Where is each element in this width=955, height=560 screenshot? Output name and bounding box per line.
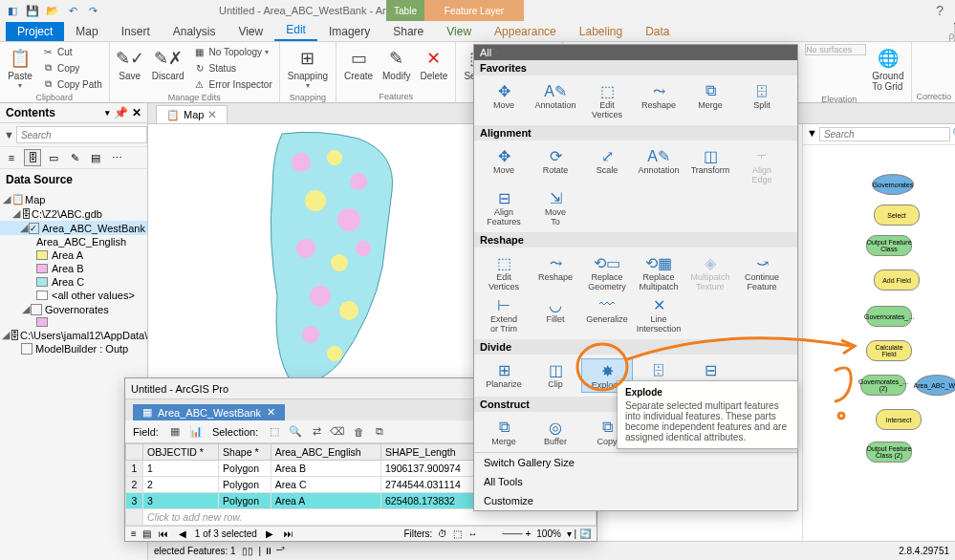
customize-gallery[interactable]: Customize xyxy=(474,491,797,510)
list-by-drawing-icon[interactable]: ≡ xyxy=(3,149,20,166)
error-inspector-button[interactable]: ⚠Error Inspector xyxy=(190,76,275,92)
attr-tab[interactable]: ▦ Area_ABC_WestBank ✕ xyxy=(133,404,285,420)
help-icon[interactable]: ? xyxy=(936,3,951,18)
tool-move[interactable]: ✥Move xyxy=(478,79,530,121)
model-node[interactable]: Governorates xyxy=(872,174,914,195)
col-length[interactable]: SHAPE_Length xyxy=(380,444,478,461)
switch-gallery-size[interactable]: Switch Gallery Size xyxy=(474,453,797,472)
col-shape[interactable]: Shape * xyxy=(219,444,271,461)
tree-legend-area-a[interactable]: Area A xyxy=(0,248,147,262)
model-node[interactable]: Area_ABC_W... xyxy=(916,375,955,396)
qat-undo-icon[interactable]: ↶ xyxy=(64,2,81,19)
tree-appdata[interactable]: ◢🗄 C:\Users\jamal12\AppData\Lo xyxy=(0,328,147,342)
filter-extent-icon[interactable]: ⬚ xyxy=(453,528,462,539)
tool-edit-vertices[interactable]: ⬚Edit Vertices xyxy=(581,79,633,121)
model-node[interactable]: Output Feature Class xyxy=(866,235,912,256)
tab-share[interactable]: Share xyxy=(381,22,435,41)
tree-layer-governorates[interactable]: ◢Governorates xyxy=(0,302,147,316)
tab-data[interactable]: Data xyxy=(634,22,681,41)
tool-rotate[interactable]: ⟳Rotate xyxy=(530,144,581,186)
delete-features-button[interactable]: ✕Delete xyxy=(416,44,451,83)
list-by-source-icon[interactable]: 🗄 xyxy=(24,149,41,166)
contents-search[interactable] xyxy=(16,126,147,143)
model-search[interactable] xyxy=(819,127,950,141)
tool-extend-trim[interactable]: ⊢Extend or Trim xyxy=(478,293,530,335)
tool-clip[interactable]: ◫Clip xyxy=(530,358,581,393)
tool-annotation[interactable]: A✎Annotation xyxy=(530,79,581,121)
close-icon[interactable]: ✕ xyxy=(267,406,275,419)
tree-legend-gov[interactable] xyxy=(0,316,147,328)
model-node[interactable]: Select xyxy=(874,205,920,226)
model-node[interactable]: Governorates_... (2) xyxy=(860,375,906,396)
tab-labeling[interactable]: Labeling xyxy=(568,22,634,41)
map-tab[interactable]: 📋 Map ✕ xyxy=(156,105,228,123)
select-by-attr-icon[interactable]: ⬚ xyxy=(266,423,283,441)
delete-sel-icon[interactable]: 🗑 xyxy=(350,423,367,441)
filter-icon[interactable]: ▼ xyxy=(807,127,817,141)
add-field-icon[interactable]: ▦ xyxy=(166,423,184,441)
model-node[interactable]: Add Field xyxy=(874,269,920,291)
discard-edits-button[interactable]: ✎✗Discard xyxy=(148,44,188,83)
tool-split[interactable]: ⌹Split xyxy=(736,79,788,121)
list-by-editing-icon[interactable]: ✎ xyxy=(66,149,83,166)
tree-map[interactable]: ◢📋 Map xyxy=(0,192,147,206)
tool-edit-vertices-r[interactable]: ⬚Edit Vertices xyxy=(478,251,530,293)
tab-project[interactable]: Project xyxy=(6,22,64,41)
tool-multipatch-texture[interactable]: ◈Multipatch Texture xyxy=(684,251,736,293)
tool-align-edge[interactable]: ⫟Align Edge xyxy=(736,144,788,186)
qat-redo-icon[interactable]: ↷ xyxy=(84,2,101,19)
copy-path-button[interactable]: ⧉Copy Path xyxy=(38,76,105,92)
filter-time-icon[interactable]: ⏱ xyxy=(438,528,447,539)
tree-renderer-field[interactable]: Area_ABC_English xyxy=(0,235,147,248)
copy-button[interactable]: ⧉Copy xyxy=(38,60,105,75)
col-rownum[interactable] xyxy=(126,444,143,461)
show-selected-icon[interactable]: ▤ xyxy=(142,528,151,539)
create-features-button[interactable]: ▭Create xyxy=(340,44,377,83)
checkbox-icon[interactable]: ✓ xyxy=(29,223,39,234)
pin-icon[interactable]: 📌 xyxy=(114,106,128,119)
nav-last-icon[interactable]: ⏭ xyxy=(282,528,295,539)
nav-prev-icon[interactable]: ◀ xyxy=(176,528,189,539)
tool-align-features[interactable]: ⊟Align Features xyxy=(478,186,530,228)
tool-merge[interactable]: ⧉Merge xyxy=(684,79,736,121)
nav-next-icon[interactable]: ▶ xyxy=(263,528,276,539)
tab-analysis[interactable]: Analysis xyxy=(162,22,228,41)
qat-save-icon[interactable]: 💾 xyxy=(24,2,41,19)
tree-modelbuilder[interactable]: ModelBuilder : Outp xyxy=(0,342,147,355)
tree-layer-westbank[interactable]: ◢✓Area_ABC_WestBank xyxy=(0,221,147,235)
clear-sel-icon[interactable]: ⌫ xyxy=(329,423,346,441)
tool-buffer[interactable]: ◎Buffer xyxy=(530,416,581,448)
tool-continue-feature[interactable]: ⤻Continue Feature xyxy=(736,251,788,293)
table-new-row[interactable]: Click to add new row. xyxy=(126,509,597,526)
tool-replace-geometry[interactable]: ⟲▭Replace Geometry xyxy=(581,251,633,293)
tool-planarize[interactable]: ⊞Planarize xyxy=(478,358,530,393)
tab-appearance[interactable]: Appearance xyxy=(483,22,568,41)
tree-legend-area-c[interactable]: Area C xyxy=(0,275,147,289)
close-icon[interactable]: ✕ xyxy=(207,108,217,121)
modify-features-button[interactable]: ✎Modify xyxy=(379,44,414,83)
tree-legend-other[interactable]: <all other values> xyxy=(0,289,147,302)
tool-reshape-r[interactable]: ⤳Reshape xyxy=(530,251,581,293)
tab-insert[interactable]: Insert xyxy=(110,22,162,41)
show-all-icon[interactable]: ≡ xyxy=(131,528,137,539)
tool-move-a[interactable]: ✥Move xyxy=(478,144,530,186)
qat-open-icon[interactable]: 📂 xyxy=(44,2,61,19)
qat-project-icon[interactable]: ◧ xyxy=(4,2,21,19)
model-node[interactable]: Calculate Field xyxy=(866,340,912,361)
filter-icon[interactable]: ▼ xyxy=(4,126,14,143)
tool-move-to[interactable]: ⇲Move To xyxy=(530,186,581,228)
nav-first-icon[interactable]: ⏮ xyxy=(157,528,170,539)
model-builder-view[interactable]: ▼ 🔍 Governorates Select Output Feature C… xyxy=(802,124,955,541)
tab-map[interactable]: Map xyxy=(64,22,109,41)
status-button[interactable]: ↻Status xyxy=(190,60,275,75)
tree-gdb[interactable]: ◢🗄 C:\Z2\ABC.gdb xyxy=(0,206,147,221)
gallery-filter-all[interactable]: All xyxy=(480,47,491,58)
model-node[interactable]: Governorates_... xyxy=(866,306,912,327)
copy-sel-icon[interactable]: ⧉ xyxy=(371,423,388,441)
save-edits-button[interactable]: ✎✓Save xyxy=(114,44,146,83)
tab-edit[interactable]: Edit xyxy=(274,20,317,41)
calculate-field-icon[interactable]: 📊 xyxy=(187,423,205,441)
list-by-selection-icon[interactable]: ▭ xyxy=(45,149,62,166)
checkbox-icon[interactable] xyxy=(21,343,33,355)
zoom-to-icon[interactable]: 🔍 xyxy=(287,423,304,441)
